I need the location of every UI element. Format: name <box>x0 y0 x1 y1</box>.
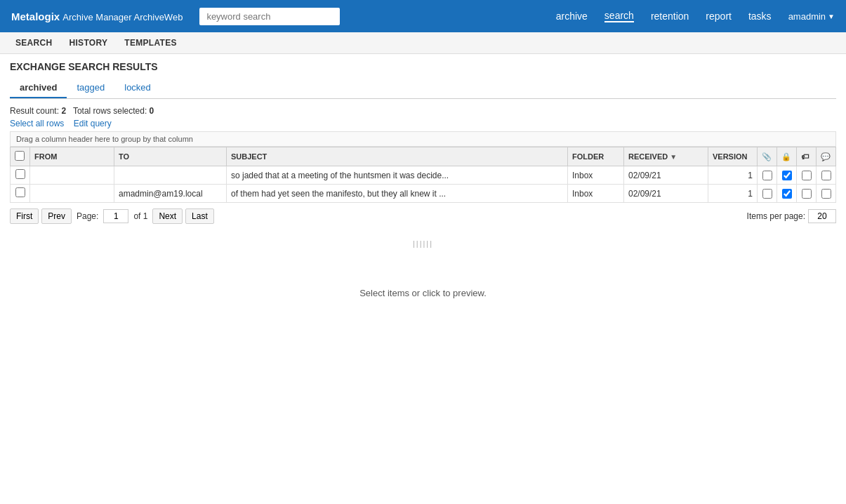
last-button[interactable]: Last <box>185 208 214 224</box>
row-received: 02/09/21 <box>624 185 708 203</box>
items-per-page-input[interactable] <box>808 209 836 223</box>
table-header-row: FROM TO SUBJECT FOLDER RECEIVED ▼ VERSIO… <box>11 147 836 166</box>
th-to[interactable]: TO <box>114 147 227 166</box>
row-from <box>30 166 114 185</box>
th-checkbox <box>11 147 30 166</box>
row-lock-checkbox[interactable] <box>782 189 792 199</box>
total-selected-label: Total rows selected: <box>73 106 147 116</box>
row-received: 02/09/21 <box>624 166 708 185</box>
row-comment <box>817 166 836 185</box>
sort-arrow-received: ▼ <box>670 153 677 161</box>
header-nav: archive search retention report tasks am… <box>556 10 835 22</box>
th-received-label: RECEIVED <box>628 152 668 161</box>
of-label: of 1 <box>133 211 147 221</box>
row-subject[interactable]: of them had yet seen the manifesto, but … <box>227 185 568 203</box>
row-flag <box>797 166 817 185</box>
th-from[interactable]: FROM <box>30 147 114 166</box>
edit-query[interactable]: Edit query <box>74 119 112 128</box>
row-version: 1 <box>708 185 758 203</box>
flag-icon: 🏷 <box>801 152 809 161</box>
row-attach <box>758 166 777 185</box>
page-content: EXCHANGE SEARCH RESULTS archived tagged … <box>0 54 846 237</box>
page-input[interactable] <box>103 209 128 223</box>
pagination: First Prev Page: of 1 Next Last Items pe… <box>10 203 836 230</box>
sub-nav: SEARCH HISTORY TEMPLATES <box>0 32 846 54</box>
preview-area: Select items or click to preview. <box>0 251 846 335</box>
next-button[interactable]: Next <box>152 208 183 224</box>
table-row: so jaded that at a meeting of the huntsm… <box>11 166 836 185</box>
tabs: archived tagged locked <box>10 78 836 99</box>
tab-locked[interactable]: locked <box>114 78 161 98</box>
select-all-rows[interactable]: Select all rows <box>10 119 64 128</box>
row-comment-checkbox[interactable] <box>821 171 831 180</box>
tab-archived[interactable]: archived <box>10 78 67 98</box>
header-search-area <box>199 8 340 25</box>
header: Metalogix Archive Manager ArchiveWeb arc… <box>0 0 846 32</box>
row-attach-checkbox[interactable] <box>762 189 772 199</box>
nav-tasks[interactable]: tasks <box>748 11 772 22</box>
row-checkbox[interactable] <box>15 169 25 179</box>
row-attach <box>758 185 777 203</box>
th-comment: 💬 <box>817 147 836 166</box>
row-comment <box>817 185 836 203</box>
row-folder: Inbox <box>568 185 624 203</box>
info-links: Select all rows Edit query <box>10 119 836 128</box>
first-button[interactable]: First <box>10 208 39 224</box>
row-checkbox-cell <box>11 166 30 185</box>
sub-nav-search[interactable]: SEARCH <box>7 32 60 53</box>
nav-search[interactable]: search <box>604 10 634 22</box>
th-lock: 🔒 <box>777 147 797 166</box>
tab-tagged[interactable]: tagged <box>67 78 114 98</box>
row-lock-checkbox[interactable] <box>782 171 792 180</box>
row-checkbox-cell <box>11 185 30 203</box>
nav-retention[interactable]: retention <box>651 11 689 22</box>
th-subject[interactable]: SUBJECT <box>227 147 568 166</box>
search-input[interactable] <box>199 8 340 25</box>
result-count: 2 <box>61 106 66 116</box>
page-label: Page: <box>77 211 98 221</box>
sub-nav-templates[interactable]: TEMPLATES <box>116 32 185 53</box>
items-per-page-area: Items per page: <box>747 209 836 223</box>
row-to <box>114 166 227 185</box>
th-attach: 📎 <box>758 147 777 166</box>
nav-admin[interactable]: amadmin ▼ <box>788 11 835 22</box>
row-lock <box>777 185 797 203</box>
sub-nav-history[interactable]: HISTORY <box>60 32 116 53</box>
select-all-checkbox[interactable] <box>15 151 25 161</box>
row-flag <box>797 185 817 203</box>
nav-archive[interactable]: archive <box>556 11 588 22</box>
nav-report[interactable]: report <box>706 11 732 22</box>
result-count-label: Result count: <box>10 106 59 116</box>
results-table: FROM TO SUBJECT FOLDER RECEIVED ▼ VERSIO… <box>10 147 836 203</box>
page-title: EXCHANGE SEARCH RESULTS <box>10 61 836 72</box>
lock-icon: 🔒 <box>781 152 791 161</box>
comment-icon: 💬 <box>821 152 831 161</box>
table-body: so jaded that at a meeting of the huntsm… <box>11 166 836 203</box>
th-flag: 🏷 <box>797 147 817 166</box>
app-logo: Metalogix Archive Manager ArchiveWeb <box>11 11 183 22</box>
resize-divider[interactable]: |||||| <box>0 237 846 251</box>
row-flag-checkbox[interactable] <box>802 189 812 199</box>
row-lock <box>777 166 797 185</box>
row-comment-checkbox[interactable] <box>821 189 831 199</box>
th-version[interactable]: VERSION <box>708 147 758 166</box>
row-checkbox[interactable] <box>15 187 25 197</box>
info-bar: Result count: 2 Total rows selected: 0 <box>10 106 836 116</box>
row-attach-checkbox[interactable] <box>762 171 772 180</box>
admin-dropdown-arrow: ▼ <box>828 13 835 20</box>
group-hint: Drag a column header here to group by th… <box>10 131 836 147</box>
table-row: amadmin@am19.local of them had yet seen … <box>11 185 836 203</box>
row-from <box>30 185 114 203</box>
total-selected: 0 <box>150 106 154 116</box>
attach-icon: 📎 <box>762 152 772 161</box>
row-to: amadmin@am19.local <box>114 185 227 203</box>
items-per-page-label: Items per page: <box>747 211 805 221</box>
th-folder[interactable]: FOLDER <box>568 147 624 166</box>
row-version: 1 <box>708 166 758 185</box>
row-flag-checkbox[interactable] <box>802 171 812 180</box>
preview-text: Select items or click to preview. <box>359 288 487 298</box>
row-folder: Inbox <box>568 166 624 185</box>
th-received[interactable]: RECEIVED ▼ <box>624 147 708 166</box>
row-subject[interactable]: so jaded that at a meeting of the huntsm… <box>227 166 568 185</box>
prev-button[interactable]: Prev <box>41 208 72 224</box>
